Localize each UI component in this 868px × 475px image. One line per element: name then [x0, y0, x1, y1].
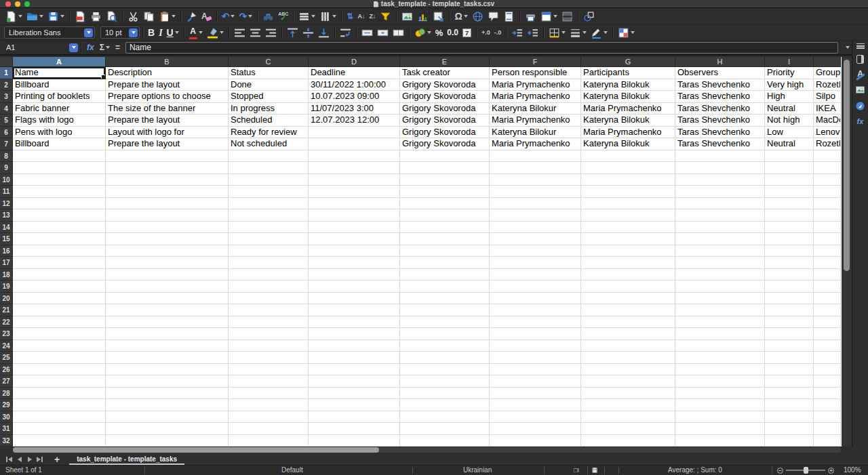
cell[interactable]	[309, 423, 400, 435]
column-header-F[interactable]: F	[490, 57, 581, 67]
cell[interactable]	[675, 257, 765, 269]
cell[interactable]	[581, 186, 675, 198]
cell[interactable]	[765, 186, 814, 198]
page-style-status[interactable]: Default	[281, 466, 303, 475]
cell[interactable]: Prepare the layout	[106, 79, 229, 91]
cell[interactable]	[106, 340, 229, 352]
italic-button[interactable]: I	[157, 26, 164, 40]
row-header-7[interactable]: 7	[0, 138, 13, 150]
cell[interactable]	[229, 304, 309, 316]
cell[interactable]	[400, 293, 490, 305]
cell[interactable]	[581, 150, 675, 163]
cell[interactable]	[581, 399, 675, 411]
cell[interactable]	[400, 233, 490, 245]
cell[interactable]	[13, 245, 106, 257]
column-header-clipped[interactable]	[814, 57, 841, 67]
cell[interactable]: Taras Shevchenko	[675, 79, 765, 91]
add-sheet-button[interactable]: +	[50, 454, 64, 465]
zoom-in-button[interactable]: +	[828, 468, 834, 474]
zoom-out-button[interactable]: −	[777, 468, 783, 474]
cell[interactable]	[675, 328, 765, 340]
cell[interactable]: IKEA	[814, 103, 841, 115]
dropdown-arrow-icon[interactable]	[106, 46, 110, 49]
cell[interactable]	[814, 186, 841, 198]
cell[interactable]	[675, 304, 765, 316]
underline-button[interactable]: U	[165, 26, 181, 40]
vertical-scrollbar-thumb[interactable]	[844, 60, 850, 271]
dropdown-arrow-icon[interactable]	[553, 15, 557, 18]
row-header-25[interactable]: 25	[0, 352, 13, 364]
column-header-I[interactable]: I	[765, 57, 814, 67]
cell[interactable]	[106, 257, 229, 269]
row-header-30[interactable]: 30	[0, 411, 13, 424]
cell[interactable]	[309, 364, 400, 376]
cell[interactable]	[229, 257, 309, 269]
cell[interactable]	[106, 233, 229, 245]
cell[interactable]: Billboard	[13, 79, 106, 91]
font-size-box[interactable]: 10 pt	[100, 26, 140, 39]
row-header-20[interactable]: 20	[0, 293, 13, 305]
hyperlink-button[interactable]	[470, 9, 486, 24]
unmerge-cells-button[interactable]	[391, 26, 406, 40]
cell[interactable]	[309, 150, 400, 163]
cell[interactable]: The size of the banner	[106, 103, 229, 115]
bold-button[interactable]: B	[146, 26, 157, 40]
dropdown-arrow-icon[interactable]	[464, 15, 468, 18]
find-replace-button[interactable]	[260, 9, 276, 24]
cell[interactable]	[675, 198, 765, 210]
cell[interactable]	[675, 281, 765, 293]
cell[interactable]	[765, 388, 814, 400]
cell[interactable]	[309, 352, 400, 364]
cell[interactable]: 30/11/2022 1:00:00	[309, 79, 400, 91]
cell[interactable]	[309, 245, 400, 257]
formula-button[interactable]: =	[113, 43, 123, 52]
currency-format-button[interactable]	[412, 26, 433, 40]
percent-format-button[interactable]: %	[433, 26, 446, 40]
cell[interactable]: Taras Shevchenko	[675, 127, 765, 139]
cell[interactable]	[106, 423, 229, 435]
row-header-15[interactable]: 15	[0, 233, 13, 245]
function-wizard-button[interactable]: fx	[84, 43, 97, 52]
cell[interactable]	[13, 222, 106, 234]
cell[interactable]	[490, 174, 581, 186]
cell[interactable]: Scheduled	[229, 115, 309, 127]
cell[interactable]	[309, 257, 400, 269]
cell[interactable]	[675, 162, 765, 174]
cell[interactable]	[814, 316, 841, 329]
cell[interactable]	[400, 186, 490, 198]
cell[interactable]	[581, 162, 675, 174]
cell[interactable]: Stopped	[229, 91, 309, 103]
cell[interactable]: Grigory Skovoroda	[400, 115, 490, 127]
column-header-C[interactable]: C	[229, 57, 309, 67]
cell[interactable]: Maria Prymachenko	[490, 79, 581, 91]
cell[interactable]: Layout with logo for	[106, 127, 229, 139]
cell[interactable]	[229, 352, 309, 364]
cell[interactable]	[400, 222, 490, 234]
cell[interactable]	[581, 233, 675, 245]
cell[interactable]	[675, 388, 765, 400]
dropdown-arrow-icon[interactable]	[199, 31, 203, 34]
cell[interactable]	[490, 304, 581, 316]
cell[interactable]	[765, 423, 814, 435]
cell[interactable]	[765, 174, 814, 186]
dropdown-arrow-icon[interactable]	[172, 15, 176, 18]
cell[interactable]	[765, 304, 814, 316]
cell[interactable]: Not scheduled	[229, 138, 309, 150]
cell[interactable]: Maria Prymachenko	[490, 91, 581, 103]
conditional-formatting-button[interactable]	[616, 26, 637, 40]
cell[interactable]	[814, 209, 841, 222]
cell[interactable]	[400, 352, 490, 364]
cell[interactable]	[490, 209, 581, 222]
cell[interactable]	[13, 388, 106, 400]
cell[interactable]	[229, 162, 309, 174]
redo-button[interactable]: ↷	[237, 9, 254, 24]
cell[interactable]	[229, 435, 309, 447]
row-header-10[interactable]: 10	[0, 174, 13, 186]
cell[interactable]	[106, 269, 229, 281]
row-header-32[interactable]: 32	[0, 435, 13, 447]
cell[interactable]	[581, 293, 675, 305]
cell[interactable]	[581, 388, 675, 400]
cell[interactable]	[229, 150, 309, 163]
row-header-1[interactable]: 1	[0, 67, 13, 79]
cell[interactable]	[490, 281, 581, 293]
